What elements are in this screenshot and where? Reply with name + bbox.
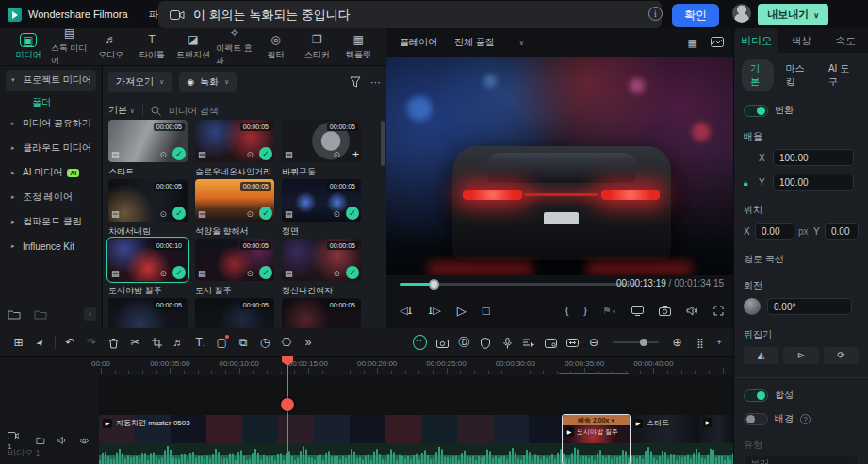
timeline-clip-selected[interactable]: 배속 2.00x ▾ ▶도시야밤 질주 [563, 415, 630, 443]
path-curve-label[interactable]: 경로 곡선 [734, 253, 868, 266]
chroma-key-icon[interactable]: ⎔ [276, 336, 298, 349]
confirm-button[interactable]: 확인 [672, 4, 719, 27]
filmora-logo-icon[interactable] [8, 8, 22, 22]
render-preview-icon[interactable] [518, 336, 540, 349]
scope-icon[interactable] [711, 37, 724, 47]
tab-media[interactable]: ▣미디어 [9, 33, 47, 61]
timeline-ruler[interactable]: 00:0000:00:05:0000:00:10:0000:00:15:0000… [0, 356, 733, 375]
zoom-out-icon[interactable]: ⊖ [583, 336, 605, 349]
hide-track-icon[interactable] [79, 437, 90, 445]
media-clip[interactable]: 00:00:05▤⊙✓정면 [282, 179, 361, 238]
tab-color[interactable]: 색상 [778, 28, 823, 53]
split-icon[interactable]: ✂ [124, 336, 146, 349]
tab-stickers[interactable]: ❐스티커 [298, 33, 336, 61]
sidebar-item-cloud-media[interactable]: ▸클라우드 미디어 [6, 138, 96, 158]
position-x-input[interactable] [755, 223, 794, 240]
quality-dropdown[interactable]: 전체 품질∨ [454, 36, 524, 49]
tab-audio[interactable]: ♬오디오 [92, 33, 130, 61]
crop-icon[interactable] [146, 336, 168, 349]
sidebar-item-folder[interactable]: 폴더 [32, 96, 102, 109]
snapshot-icon[interactable] [432, 336, 453, 349]
tab-titles[interactable]: T타이틀 [133, 33, 171, 61]
fit-timeline-icon[interactable] [562, 336, 583, 349]
sidebar-item-project-media[interactable]: ▾프로젝트 미디어 [6, 70, 96, 91]
text-tool-icon[interactable]: T. [189, 336, 211, 349]
flip-vertical-button[interactable]: ⊳ [783, 347, 818, 364]
grid-overlay-icon[interactable]: ▦ [688, 37, 697, 49]
keyframe-icon[interactable]: ⧉ [233, 336, 254, 349]
stop-button[interactable]: □ [483, 304, 490, 318]
media-clip[interactable]: 00:00:05 [108, 298, 188, 328]
microphone-icon[interactable] [497, 336, 518, 349]
tab-transitions[interactable]: ◪트랜지션 [174, 33, 212, 61]
delete-folder-icon[interactable] [34, 309, 47, 320]
timeline-zoom-slider[interactable] [613, 341, 659, 343]
flip-horizontal-button[interactable]: ◭ [744, 347, 778, 364]
media-clip[interactable]: 00:00:05▤⊙+바퀴구동 [282, 120, 361, 178]
track-manager-icon[interactable]: ⣿ [688, 338, 712, 348]
speed-tool-icon[interactable]: ◷ [254, 336, 276, 349]
media-clip-selected[interactable]: 00:00:10▤⊙✓도시야밤 질주 [108, 239, 188, 297]
shield-icon[interactable] [475, 336, 497, 349]
timeline-clip-start[interactable]: ▶스타트 [630, 415, 699, 443]
help-icon[interactable]: ? [800, 414, 811, 424]
media-clip[interactable]: 00:00:05▤⊙✓슬로우네온사인거리 [195, 120, 274, 178]
media-clip[interactable]: 00:00:05▤⊙✓스타트 [108, 120, 188, 178]
media-clip[interactable]: 00:00:05▤⊙✓차에서내림 [108, 179, 188, 238]
pointer-tool-icon[interactable]: ➤ [29, 330, 50, 354]
subtab-ai-tools[interactable]: AI 도구 [820, 59, 860, 91]
screen-record-icon[interactable] [540, 336, 562, 349]
next-frame-button[interactable]: 𝖨▷ [428, 305, 440, 317]
audio-waveform[interactable] [99, 443, 733, 464]
redo-icon[interactable]: ↷ [81, 336, 103, 349]
collapse-sidebar-button[interactable]: ‹ [84, 307, 96, 321]
info-icon[interactable]: i [648, 7, 663, 21]
position-y-input[interactable] [825, 223, 859, 240]
add-to-track-icon[interactable] [36, 436, 45, 445]
media-clip[interactable]: 00:00:05▤⊙✓정신나간여자 [282, 239, 361, 297]
playhead-knob[interactable] [281, 398, 294, 411]
delete-icon[interactable] [103, 336, 124, 349]
speed-badge[interactable]: 배속 2.00x ▾ [563, 415, 630, 425]
media-clip[interactable]: 00:00:05▤⊙✓도시 질주 [195, 239, 274, 297]
zoom-in-icon[interactable]: ⊕ [666, 336, 688, 349]
mask-tool-icon[interactable]: ▢ [211, 336, 233, 349]
sidebar-item-influence-kit[interactable]: ▸Influence Kit [6, 236, 96, 257]
scale-x-input[interactable] [773, 149, 854, 166]
new-folder-icon[interactable] [8, 309, 21, 320]
rotation-input[interactable] [767, 298, 852, 315]
transform-toggle[interactable] [744, 105, 768, 117]
avatar[interactable] [732, 4, 751, 23]
record-voiceover-icon[interactable]: Ⓓ [453, 335, 475, 351]
sidebar-item-media-share[interactable]: ▸미디어 공유하기 [6, 113, 96, 134]
media-clip[interactable]: 00:00:05 [282, 298, 361, 328]
background-toggle[interactable] [744, 413, 768, 425]
mark-out-button[interactable]: } [583, 305, 587, 316]
add-track-icon[interactable]: + [712, 338, 726, 347]
ai-portrait-icon[interactable] [413, 335, 426, 350]
toolbox-icon[interactable]: ⊞ [8, 336, 29, 349]
tab-effects[interactable]: ✧이펙트 효과 [216, 26, 254, 67]
more-tools-icon[interactable]: » [297, 336, 319, 349]
composite-toggle[interactable] [744, 389, 768, 402]
media-clip[interactable]: 00:00:05▤⊙✓석양을 향해서 [195, 179, 274, 238]
tab-stock-media[interactable]: ▤스톡 미디어 [51, 26, 89, 67]
scale-y-input[interactable] [773, 174, 854, 191]
rotate-90-button[interactable]: ⟳ [824, 347, 859, 364]
video-preview[interactable] [386, 57, 733, 275]
export-button[interactable]: 내보내기∨ [758, 4, 828, 25]
timeline-clip-partial[interactable]: ▶ [699, 415, 733, 443]
playhead[interactable] [287, 356, 288, 464]
media-scrollbar[interactable] [381, 121, 385, 166]
sidebar-item-ai-media[interactable]: ▸AI 미디어AI [6, 162, 96, 183]
tab-video[interactable]: 비디오 [734, 28, 778, 53]
timeline-clip-main[interactable]: ▶자동차편 master 0503 [99, 415, 563, 443]
volume-icon[interactable] [686, 306, 698, 316]
subtab-masking[interactable]: 마스킹 [778, 59, 816, 91]
tab-filters[interactable]: ◎필터 [257, 33, 295, 61]
add-icon[interactable]: + [352, 148, 359, 161]
display-icon[interactable] [631, 306, 644, 316]
previous-frame-button[interactable]: ◁𝖨 [400, 305, 412, 317]
media-clip[interactable]: 00:00:05 [195, 298, 274, 328]
rotation-dial[interactable] [744, 298, 761, 315]
